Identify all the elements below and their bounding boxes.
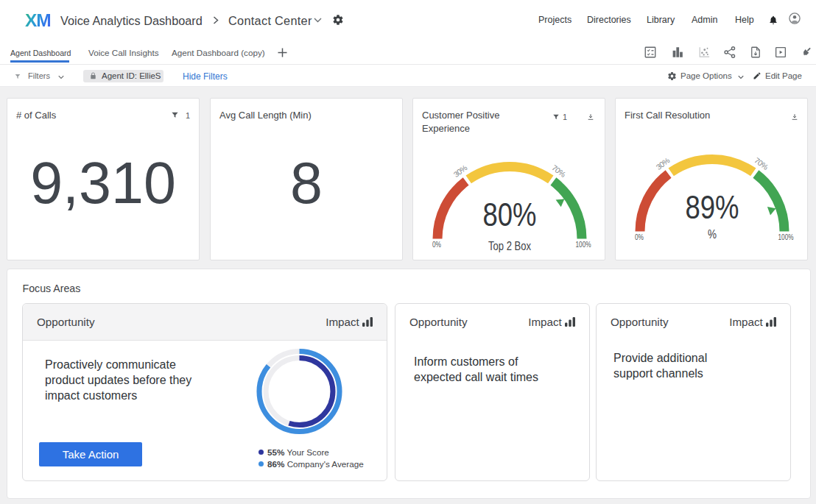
svg-text:89%: 89% <box>686 189 739 225</box>
svg-text:80%: 80% <box>483 196 537 233</box>
svg-text:0%: 0% <box>432 240 441 249</box>
svg-text:100%: 100% <box>576 240 591 249</box>
svg-text:70%: 70% <box>753 156 770 171</box>
svg-text:70%: 70% <box>550 163 567 179</box>
svg-text:30%: 30% <box>654 156 671 171</box>
svg-text:0%: 0% <box>635 233 644 241</box>
svg-text:30%: 30% <box>451 163 468 179</box>
svg-text:100%: 100% <box>778 233 794 241</box>
svg-text:Top 2 Box: Top 2 Box <box>488 239 531 253</box>
svg-text:%: % <box>708 227 717 241</box>
